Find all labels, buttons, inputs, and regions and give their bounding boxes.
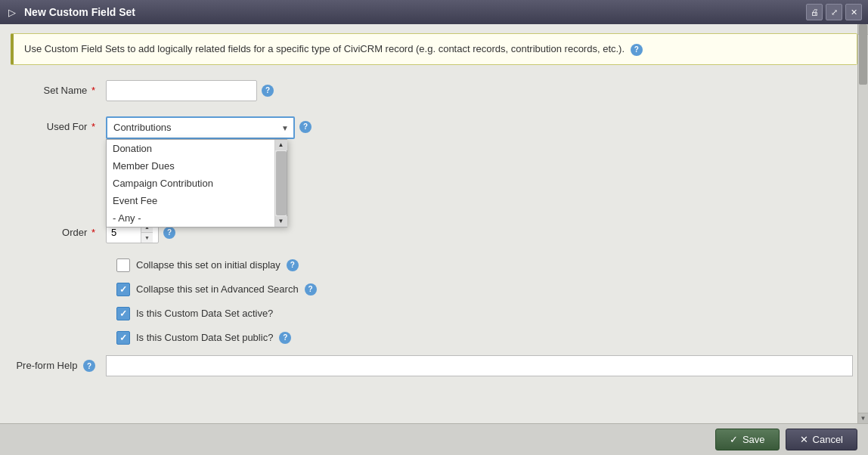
checkbox-collapse-initial[interactable] (116, 258, 130, 272)
checkbox-row-1: Collapse this set on initial display ? (15, 258, 853, 272)
preform-help-input[interactable] (106, 355, 853, 376)
used-for-wrapper: Contributions ▼ Donation Member Dues Cam… (106, 116, 312, 139)
dropdown-popup: Donation Member Dues Campaign Contributi… (106, 139, 287, 228)
set-name-field: ? (106, 80, 274, 101)
set-name-required: * (91, 85, 95, 96)
checkbox-collapse-advanced-help-icon[interactable]: ? (305, 283, 317, 296)
info-box-text: Use Custom Field Sets to add logically r… (24, 43, 625, 54)
checkbox-row-2: Collapse this set in Advanced Search ? (15, 283, 853, 296)
checkbox-public-label[interactable]: Is this Custom Data Set public? (136, 332, 273, 343)
cancel-label: Cancel (813, 434, 843, 445)
spinner-down-button[interactable]: ▼ (141, 232, 153, 243)
used-for-label: Used For * (15, 116, 106, 132)
dropdown-item-event-fee[interactable]: Event Fee (107, 192, 274, 209)
dropdown-scroll-thumb[interactable] (276, 151, 287, 215)
dropdown-item-any[interactable]: - Any - (107, 209, 274, 227)
dropdown-item-donation[interactable]: Donation (107, 140, 274, 157)
preform-help-icon[interactable]: ? (83, 360, 95, 372)
used-for-help-icon[interactable]: ? (299, 121, 312, 133)
main-content: Use Custom Field Sets to add logically r… (0, 24, 868, 423)
checkbox-active-label[interactable]: Is this Custom Data Set active? (136, 308, 273, 319)
dropdown-scroll-down-icon[interactable]: ▼ (275, 216, 287, 227)
info-help-icon[interactable]: ? (631, 44, 643, 56)
scrollbar-track: ▲ ▼ (857, 24, 868, 423)
dropdown-list: Donation Member Dues Campaign Contributi… (107, 140, 274, 227)
checkbox-row-3: Is this Custom Data Set active? (15, 307, 853, 320)
checkbox-public-help-icon[interactable]: ? (279, 332, 291, 344)
used-for-row: Used For * Contributions ▼ Donation Memb… (15, 116, 853, 139)
checkbox-row-4: Is this Custom Data Set public? ? (15, 331, 853, 345)
preform-help-row: Pre-form Help ? (15, 355, 853, 376)
scroll-thumb[interactable] (859, 24, 867, 85)
window-title: New Custom Field Set (24, 6, 806, 18)
close-button[interactable]: ✕ (845, 4, 862, 20)
cancel-button[interactable]: ✕ Cancel (786, 429, 857, 450)
save-icon: ✓ (730, 434, 738, 445)
set-name-label: Set Name * (15, 80, 106, 96)
checkbox-collapse-advanced[interactable] (116, 283, 130, 296)
used-for-select[interactable]: Contributions (106, 116, 295, 139)
preform-help-label: Pre-form Help ? (15, 355, 106, 373)
set-name-row: Set Name * ? (15, 80, 853, 101)
used-for-select-wrapper: Contributions ▼ Donation Member Dues Cam… (106, 116, 295, 139)
used-for-required: * (91, 121, 95, 132)
checkbox-active[interactable] (116, 307, 130, 320)
save-button[interactable]: ✓ Save (715, 429, 780, 450)
window-controls: 🖨 ⤢ ✕ (806, 4, 862, 20)
order-label: Order * (15, 222, 106, 238)
app-icon: ▷ (6, 6, 18, 18)
info-box: Use Custom Field Sets to add logically r… (11, 33, 857, 65)
print-button[interactable]: 🖨 (806, 4, 823, 20)
order-required: * (91, 227, 95, 238)
bottom-bar: ✓ Save ✕ Cancel (0, 423, 868, 455)
checkbox-collapse-initial-label[interactable]: Collapse this set on initial display (136, 259, 281, 271)
scroll-down-button[interactable]: ▼ (858, 413, 868, 423)
order-help-icon[interactable]: ? (163, 227, 175, 239)
dropdown-scroll-up-icon[interactable]: ▲ (275, 140, 287, 150)
set-name-help-icon[interactable]: ? (262, 85, 274, 97)
checkbox-collapse-advanced-label[interactable]: Collapse this set in Advanced Search (136, 283, 299, 295)
form-area: Set Name * ? Used For * Contributions ▼ (0, 73, 868, 384)
cancel-icon: ✕ (800, 434, 808, 445)
checkbox-collapse-initial-help-icon[interactable]: ? (287, 259, 299, 271)
save-label: Save (742, 434, 765, 445)
set-name-input[interactable] (106, 80, 257, 101)
checkbox-public[interactable] (116, 331, 130, 345)
title-bar: ▷ New Custom Field Set 🖨 ⤢ ✕ (0, 0, 868, 24)
dropdown-item-member-dues[interactable]: Member Dues (107, 157, 274, 175)
restore-button[interactable]: ⤢ (826, 4, 842, 20)
dropdown-item-campaign-contribution[interactable]: Campaign Contribution (107, 175, 274, 192)
dropdown-scrollbar[interactable]: ▲ ▼ (274, 140, 287, 227)
